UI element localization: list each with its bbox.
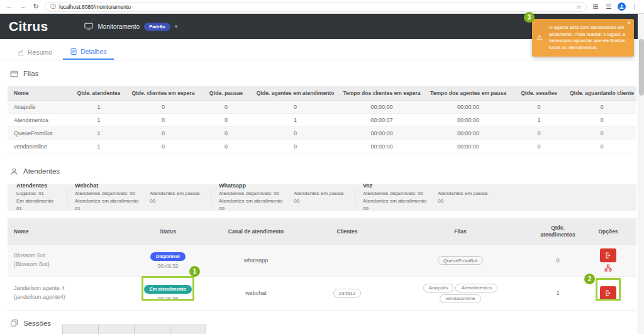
col-qtde-atendentes: Qtde. atendentes (70, 86, 127, 101)
sessoes-header-cell (62, 325, 99, 334)
atendentes-header-row: Nome Status Canal de atendimento Cliente… (8, 218, 636, 245)
col-agentes-atendimento: Qtde. agentes em atendimento (253, 86, 338, 101)
col-canal: Canal de atendimento (203, 218, 309, 245)
atendentes-summary: Atendentes Logados: 01 Em atendimento: 0… (8, 184, 636, 211)
queue-chip: QueueFromBot (438, 256, 484, 265)
bookmark-star-icon[interactable]: ☆ (576, 4, 581, 10)
monitoramento-label: Monitoramento (97, 23, 140, 30)
sessions-icon (10, 319, 18, 327)
padrao-badge: Padrão (144, 23, 170, 31)
client-chip: 234512 (333, 289, 362, 298)
browser-window: ← → ↻ ⓘ localhost:8080/monitoramento ☆ ⊞… (0, 0, 644, 334)
filas-row: QueueFromBot100000:00:0000:00:0000 (8, 127, 636, 140)
logout-agent-button[interactable] (600, 248, 616, 262)
col-opcoes: Opções (580, 218, 636, 245)
status-badge: Disponível (150, 252, 186, 261)
col-pausas: Qtde. pausas (199, 86, 253, 101)
attendant-username: (Blossom Bot) (14, 260, 131, 269)
queue-chip: Anapolis (423, 284, 454, 292)
attendances-cell: 1 (536, 276, 580, 310)
annotation-box-logout (596, 278, 621, 301)
filas-row: vendasonline100000:00:0000:00:0000 (8, 140, 636, 153)
attendant-row: Blossom Bot (Blossom Bot) Disponível 00:… (8, 245, 636, 276)
atendentes-title: Atendentes (23, 167, 60, 175)
attendant-username: (jandeilson.agente4) (14, 293, 131, 302)
queue-chip: vendasonline (440, 294, 480, 303)
annotation-box-status (142, 276, 194, 301)
filas-row: Atendimentos100100:00:0700:00:0010 (8, 114, 636, 127)
list-icon (70, 48, 77, 55)
annotation-circle-3: 3 (524, 12, 535, 23)
toast-message: O agente está com atendimento em andamen… (549, 25, 625, 50)
toast-close-icon[interactable]: × (627, 20, 631, 26)
filas-header-row: Nome Qtde. atendentes Qtde. clientes em … (8, 86, 636, 101)
address-bar[interactable]: ⓘ localhost:8080/monitoramento ☆ (45, 2, 587, 12)
col-filas: Filas (385, 218, 536, 245)
atendentes-table: Nome Status Canal de atendimento Cliente… (8, 218, 636, 311)
monitoramento-menu[interactable]: Monitoramento Padrão ▾ (84, 23, 177, 31)
attendant-name: Blossom Bot (14, 252, 131, 260)
summary-geral: Atendentes Logados: 01 Em atendimento: 0… (9, 182, 67, 213)
summary-voz: Voz Atendentes disponíveis: 00 Atendente… (355, 182, 499, 213)
col-tempo-agentes: Tempo dos agentes em pausa (426, 86, 511, 101)
browser-menu-icon[interactable]: ⋮ (630, 3, 639, 10)
monitor-icon (84, 23, 93, 30)
col-nome: Nome (8, 86, 70, 101)
col-nome: Nome (8, 218, 133, 245)
page-scrollbar[interactable] (638, 14, 644, 334)
atendentes-section-head: Atendentes (10, 166, 634, 176)
browser-chrome: ← → ↻ ⓘ localhost:8080/monitoramento ☆ ⊞… (0, 0, 644, 14)
col-clientes: Clientes (309, 218, 385, 245)
sessoes-header-cell (98, 325, 135, 334)
summary-webchat: Webchat Atendentes disponíveis: 00 Atend… (67, 182, 211, 213)
sessoes-table-partial (63, 325, 206, 334)
url-text: localhost:8080/monitoramento (59, 4, 131, 10)
filas-title: Filas (23, 70, 38, 77)
side-panel-icon[interactable]: ⊞ (591, 3, 600, 10)
col-status: Status (133, 218, 203, 245)
reload-icon[interactable]: ↻ (31, 3, 40, 10)
chevron-down-icon[interactable]: ▾ (175, 23, 178, 30)
citrus-logo: Citrus (9, 19, 48, 34)
annotation-circle-2: 2 (584, 274, 595, 284)
sessoes-header-cell (134, 325, 170, 334)
channel-cell: whatsapp (203, 245, 309, 276)
sessoes-header-cell (170, 325, 206, 334)
col-sessoes: Qtde. sessões (511, 86, 567, 101)
browser-profile-avatar[interactable] (618, 3, 626, 11)
annotation-circle-1: 1 (189, 266, 200, 277)
tab-resumo[interactable]: Resumo (10, 44, 59, 60)
transfer-tree-icon[interactable] (604, 264, 612, 273)
filas-table: Nome Qtde. atendentes Qtde. clientes em … (8, 86, 636, 153)
col-clientes-espera: Qtde. clientes em espera (127, 86, 199, 101)
col-aguardando: Qtde. aguardando cliente (567, 86, 636, 101)
queue-chip: Atendimentos (455, 284, 497, 292)
forward-icon[interactable]: → (18, 3, 27, 10)
tab-resumo-label: Resumo (28, 48, 52, 56)
channel-cell: webchat (203, 276, 309, 310)
back-icon[interactable]: ← (5, 3, 14, 10)
filas-row: Anapolis100000:00:0000:00:0000 (8, 101, 636, 114)
col-qtde-atendimentos: Qtde. atendimentos (536, 218, 580, 245)
attendant-name: Jandeilson agente 4 (14, 284, 131, 293)
site-info-icon[interactable]: ⓘ (50, 3, 56, 11)
clients-cell (309, 245, 385, 276)
col-tempo-clientes: Tempo dos clientes em espera (338, 86, 426, 101)
logout-warning-toast: ⚠ O agente está com atendimento em andam… (532, 19, 634, 57)
sessoes-title: Sessões (23, 320, 51, 327)
extensions-icon[interactable]: ☰ (604, 3, 613, 10)
attendant-row: Jandeilson agente 4 (jandeilson.agente4)… (8, 276, 636, 310)
tab-detalhes[interactable]: Detalhes (63, 44, 113, 60)
attendances-cell: 0 (536, 245, 580, 276)
summary-whatsapp: Whatsapp Atendentes disponíveis: 00 Aten… (211, 182, 355, 213)
chart-icon (17, 48, 25, 56)
queues-icon (10, 70, 18, 78)
warning-icon: ⚠ (536, 33, 543, 42)
scrollbar-thumb[interactable] (639, 39, 644, 96)
person-icon (10, 167, 18, 175)
filas-section-head: Filas (10, 69, 634, 79)
tab-detalhes-label: Detalhes (80, 48, 106, 55)
